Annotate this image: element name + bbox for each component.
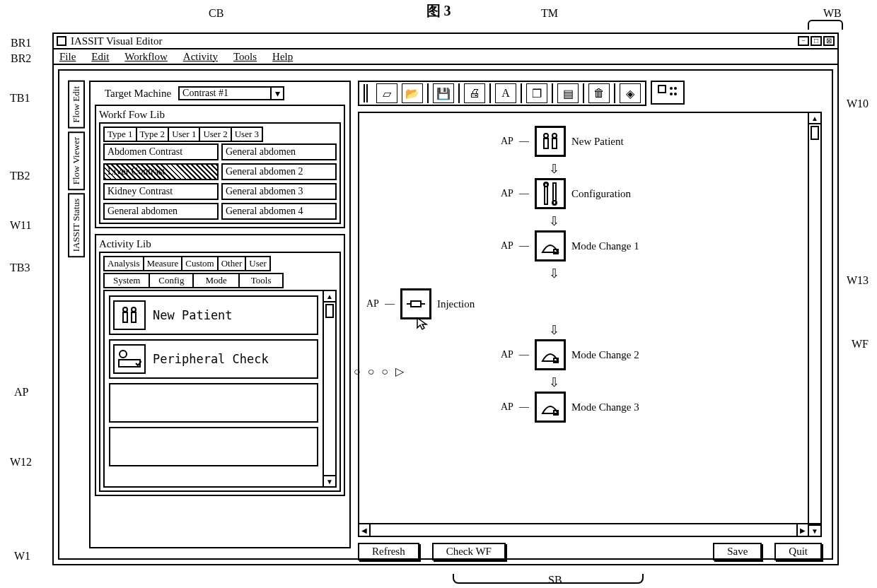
tools-icon <box>535 178 566 209</box>
workflow-lib-title: Workf Fow Lib <box>99 109 341 121</box>
svg-point-4 <box>120 351 127 358</box>
flow-node-injection[interactable]: AP— Injection <box>366 288 475 319</box>
flow-node-new-patient[interactable]: AP— New Patient <box>501 126 624 157</box>
system-menu-icon[interactable] <box>57 36 66 46</box>
act-tab-config[interactable]: Config <box>149 273 194 288</box>
menu-workflow[interactable]: Workflow <box>124 51 167 63</box>
tab-flow-edit[interactable]: Flow Edit <box>68 81 85 129</box>
new-icon[interactable]: ▱ <box>376 83 397 103</box>
main-window: IASSIT Visual Editor − □ ⊠ File Edit Wor… <box>52 33 839 565</box>
wf-tab-type2[interactable]: Type 2 <box>136 127 170 142</box>
workflow-canvas[interactable]: AP— New Patient ⇩ AP— Con <box>359 113 808 523</box>
wf-item[interactable]: General abdomen 4 <box>221 203 337 220</box>
menu-file[interactable]: File <box>59 51 76 63</box>
close-button[interactable]: ⊠ <box>823 36 835 46</box>
arrow-down-icon: ⇩ <box>549 161 559 177</box>
copy-icon[interactable]: ❐ <box>526 83 547 103</box>
wf-item[interactable]: General abdomen 2 <box>221 163 337 180</box>
flow-node-configuration[interactable]: AP— Configuration <box>501 178 631 209</box>
target-machine-combo[interactable]: Contrast #1 ▾ <box>178 86 284 100</box>
scroll-down-icon[interactable]: ▼ <box>324 475 335 486</box>
client-frame: Flow Edit Flow Viewer IASSIT Status Targ… <box>58 69 833 560</box>
window-buttons: − □ ⊠ <box>798 36 835 46</box>
chevron-down-icon[interactable]: ▾ <box>270 88 283 99</box>
flow-node-mode-change-3[interactable]: AP— Mode Change 3 <box>501 392 639 423</box>
activity-item[interactable]: Peripheral Check <box>109 339 318 379</box>
text-icon[interactable]: A <box>495 83 516 103</box>
print-icon[interactable]: 🖨 <box>464 83 485 103</box>
save-icon[interactable]: 💾 <box>433 83 454 103</box>
act-tab-analysis[interactable]: Analysis <box>103 256 144 271</box>
refresh-button[interactable]: Refresh <box>358 543 419 560</box>
maximize-button[interactable]: □ <box>811 36 822 46</box>
activity-scrollbar[interactable]: ▲ ▼ <box>323 291 335 486</box>
workflow-lib-panel: Workf Fow Lib Type 1 Type 2 User 1 User … <box>95 105 345 228</box>
scroll-left-icon[interactable]: ◀ <box>359 524 371 536</box>
target-machine-label: Target Machine <box>105 88 171 100</box>
wf-tab-user2[interactable]: User 2 <box>199 127 231 142</box>
act-tab-user[interactable]: User <box>245 256 271 271</box>
arrow-down-icon: ⇩ <box>549 213 559 229</box>
toolbar-grip-icon[interactable] <box>364 84 369 102</box>
scroll-right-icon[interactable]: ▶ <box>796 524 808 536</box>
scroll-up-icon[interactable]: ▲ <box>324 291 335 302</box>
menu-help[interactable]: Help <box>272 51 293 63</box>
flow-node-mode-change-1[interactable]: AP— Mode Change 1 <box>501 230 639 261</box>
wf-item[interactable]: General abdomen <box>103 203 219 220</box>
menu-activity[interactable]: Activity <box>183 51 218 63</box>
wf-tab-type1[interactable]: Type 1 <box>103 127 137 142</box>
palette-button[interactable] <box>651 81 685 105</box>
canvas-v-scrollbar[interactable]: ▲ ▼ <box>808 113 820 536</box>
title-bar: IASSIT Visual Editor − □ ⊠ <box>54 34 837 49</box>
tab-flow-viewer[interactable]: Flow Viewer <box>68 131 85 190</box>
flow-node-mode-change-2[interactable]: AP— Mode Change 2 <box>501 339 639 370</box>
menu-edit[interactable]: Edit <box>91 51 109 63</box>
people-icon <box>113 300 146 330</box>
svg-rect-14 <box>552 139 557 148</box>
people-icon <box>535 126 566 157</box>
scroll-up-icon[interactable]: ▲ <box>809 113 820 124</box>
probe-icon <box>535 339 566 370</box>
wf-item[interactable]: General abdomen 3 <box>221 183 337 200</box>
act-tab-measure[interactable]: Measure <box>143 256 183 271</box>
act-tab-mode[interactable]: Mode <box>192 273 239 288</box>
ap-label: AP <box>501 349 513 360</box>
bottom-button-bar: Refresh Check WF Save Quit <box>358 543 822 560</box>
activity-item[interactable]: New Patient <box>109 295 318 335</box>
annotation-w11: W11 <box>10 219 32 232</box>
act-tab-other[interactable]: Other <box>217 256 247 271</box>
save-button[interactable]: Save <box>713 543 762 560</box>
annotation-br2: BR2 <box>11 52 31 65</box>
wf-item[interactable]: Kidney Contrast <box>103 183 219 200</box>
scroll-thumb[interactable] <box>811 126 819 140</box>
wf-tab-user1[interactable]: User 1 <box>168 127 200 142</box>
svg-rect-6 <box>658 86 666 93</box>
list-icon[interactable]: ▤ <box>557 83 579 103</box>
act-tab-tools[interactable]: Tools <box>238 273 284 288</box>
wf-item-selected[interactable]: Liver Contrast <box>103 163 219 180</box>
menu-tools[interactable]: Tools <box>233 51 257 63</box>
annotation-tb3: TB3 <box>10 261 30 274</box>
annotation-ap: AP <box>14 386 28 399</box>
minimize-button[interactable]: − <box>798 36 809 46</box>
svg-rect-20 <box>411 301 421 307</box>
wf-item[interactable]: General abdomen <box>221 143 337 160</box>
arrow-down-icon: ⇩ <box>549 375 559 390</box>
open-icon[interactable]: 📂 <box>402 83 423 103</box>
scroll-thumb[interactable] <box>325 304 334 318</box>
act-tab-custom[interactable]: Custom <box>181 256 218 271</box>
flow-node-label: Mode Change 2 <box>571 349 639 361</box>
check-wf-button[interactable]: Check WF <box>432 543 506 560</box>
toolbar-main: ▱ 📂 💾 🖨 A ❐ ▤ 🗑 <box>358 81 646 106</box>
wf-tab-user3[interactable]: User 3 <box>231 127 263 142</box>
wf-item[interactable]: Abdomen Contrast <box>103 143 219 160</box>
help-icon[interactable]: ◈ <box>620 83 641 103</box>
syringe-icon <box>400 288 431 319</box>
menu-bar: File Edit Workflow Activity Tools Help <box>54 49 837 65</box>
canvas-h-scrollbar[interactable]: ◀ ▶ <box>359 523 808 536</box>
cursor-icon <box>416 317 429 331</box>
trash-icon[interactable]: 🗑 <box>588 83 610 103</box>
quit-button[interactable]: Quit <box>774 543 822 560</box>
tab-iassit-status[interactable]: IASSIT Status <box>68 193 85 257</box>
act-tab-system[interactable]: System <box>103 273 150 288</box>
